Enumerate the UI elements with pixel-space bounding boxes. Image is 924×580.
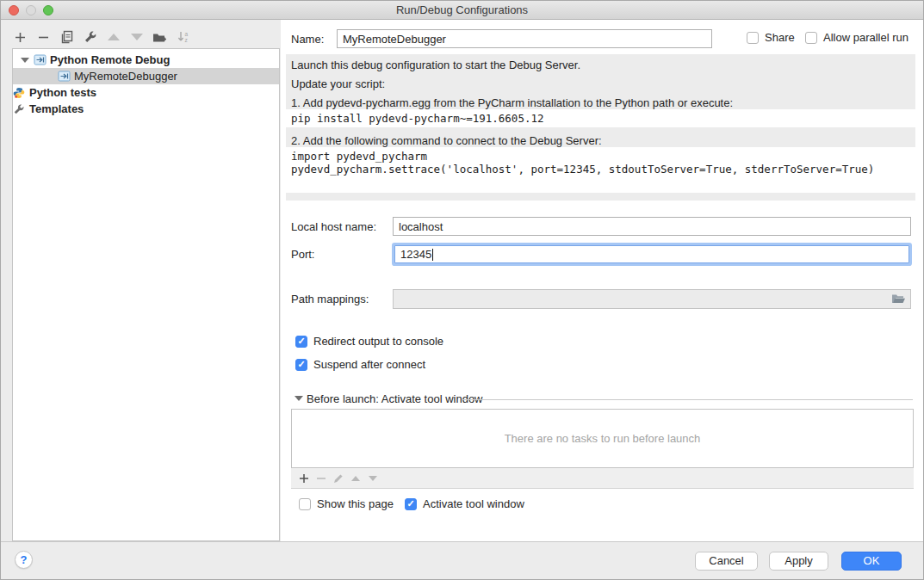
- tree-item-myremotedebugger[interactable]: MyRemoteDebugger: [13, 68, 279, 84]
- remote-debug-icon: [58, 71, 71, 83]
- remove-icon[interactable]: [36, 30, 51, 45]
- name-label: Name:: [291, 33, 324, 46]
- empty-tasks-text: There are no tasks to run before launch: [505, 432, 701, 445]
- title-bar: Run/Debug Configurations: [1, 1, 923, 20]
- before-launch-task-list[interactable]: There are no tasks to run before launch: [291, 409, 914, 468]
- cancel-button[interactable]: Cancel: [695, 552, 758, 571]
- path-mappings-input[interactable]: [393, 289, 911, 309]
- configurations-tree: Python Remote Debug MyRemoteDebugger Pyt…: [12, 48, 280, 541]
- checkbox-icon[interactable]: [747, 32, 759, 44]
- svg-text:z: z: [184, 37, 187, 43]
- redirect-output-label: Redirect output to console: [313, 335, 443, 348]
- configurations-toolbar: az: [13, 28, 190, 46]
- configuration-description: Launch this debug configuration to start…: [286, 54, 915, 201]
- add-icon[interactable]: [13, 30, 28, 45]
- sort-alpha-icon: az: [176, 30, 190, 45]
- activate-tool-window-checkbox[interactable]: Activate tool window: [405, 497, 524, 510]
- remove-icon: [315, 472, 326, 484]
- tree-item-templates[interactable]: Templates: [13, 101, 279, 117]
- local-host-name-input[interactable]: [393, 217, 911, 236]
- text-caret: [432, 249, 433, 261]
- window-title: Run/Debug Configurations: [1, 3, 923, 16]
- name-input[interactable]: [337, 29, 712, 48]
- section-separator: [462, 399, 913, 400]
- edit-defaults-icon[interactable]: [83, 30, 97, 45]
- move-down-icon: [129, 30, 144, 45]
- settrace-code: import pydevd_pycharmpydevd_pycharm.sett…: [286, 147, 915, 193]
- description-update: Update your script:: [291, 77, 385, 90]
- chevron-down-icon[interactable]: [21, 58, 29, 63]
- apply-button[interactable]: Apply: [769, 552, 828, 571]
- activate-tool-window-label: Activate tool window: [423, 497, 524, 510]
- redirect-output-checkbox[interactable]: Redirect output to console: [295, 335, 443, 348]
- copy-icon[interactable]: [59, 30, 74, 45]
- share-checkbox[interactable]: Share: [747, 31, 795, 44]
- svg-text:a: a: [184, 31, 188, 37]
- before-launch-title: Before launch: Activate tool window: [307, 392, 483, 405]
- move-down-icon: [367, 472, 378, 484]
- edit-icon: [332, 472, 344, 484]
- suspend-after-connect-label: Suspend after connect: [313, 358, 425, 371]
- checkbox-icon[interactable]: [805, 32, 817, 44]
- checkbox-checked-icon[interactable]: [405, 498, 417, 510]
- new-folder-icon[interactable]: [152, 30, 167, 45]
- move-up-icon: [106, 30, 121, 45]
- show-this-page-label: Show this page: [317, 497, 394, 510]
- description-step1: 1. Add pydevd-pycharm.egg from the PyCha…: [291, 96, 733, 109]
- port-label: Port:: [291, 248, 314, 261]
- add-icon[interactable]: [298, 472, 309, 484]
- checkbox-icon[interactable]: [299, 498, 311, 510]
- tree-item-label: Python Remote Debug: [50, 53, 170, 66]
- move-up-icon: [350, 472, 361, 484]
- suspend-after-connect-checkbox[interactable]: Suspend after connect: [295, 358, 425, 371]
- remote-debug-icon: [34, 54, 47, 66]
- help-button[interactable]: ?: [15, 551, 33, 569]
- port-value: 12345: [400, 248, 431, 261]
- tree-item-label: Templates: [29, 102, 84, 115]
- checkbox-checked-icon[interactable]: [295, 336, 307, 348]
- tree-item-python-remote-debug[interactable]: Python Remote Debug: [13, 52, 279, 68]
- checkbox-checked-icon[interactable]: [295, 359, 307, 371]
- wrench-icon: [13, 103, 26, 115]
- dialog-footer: ? Cancel Apply OK: [1, 541, 923, 579]
- tree-item-python-tests[interactable]: Python tests: [13, 84, 279, 101]
- tree-item-label: MyRemoteDebugger: [74, 70, 177, 83]
- show-this-page-checkbox[interactable]: Show this page: [299, 497, 394, 510]
- local-host-name-label: Local host name:: [291, 220, 376, 233]
- description-intro: Launch this debug configuration to start…: [291, 59, 580, 71]
- settrace-code-line2: pydevd_pycharm.settrace('localhost', por…: [291, 163, 874, 176]
- settrace-code-line1: import pydevd_pycharm: [291, 150, 427, 163]
- path-mappings-label: Path mappings:: [291, 293, 369, 305]
- ok-button[interactable]: OK: [841, 552, 902, 571]
- run-debug-configurations-dialog: Run/Debug Configurations az: [0, 0, 924, 580]
- port-input[interactable]: 12345: [394, 245, 909, 263]
- collapse-triangle-icon[interactable]: [295, 396, 303, 401]
- share-label: Share: [765, 31, 795, 44]
- python-icon: [13, 87, 26, 99]
- description-step2: 2. Add the following command to connect …: [291, 134, 602, 147]
- allow-parallel-run-label: Allow parallel run: [823, 31, 908, 44]
- configuration-editor: Name: Share Allow parallel run Launch th…: [281, 20, 924, 543]
- pip-install-code: pip install pydevd-pycharm~=191.6605.12: [286, 109, 915, 127]
- allow-parallel-run-checkbox[interactable]: Allow parallel run: [805, 31, 908, 44]
- task-list-toolbar: [291, 468, 914, 489]
- tree-item-label: Python tests: [29, 86, 96, 99]
- open-folder-icon[interactable]: [891, 293, 906, 305]
